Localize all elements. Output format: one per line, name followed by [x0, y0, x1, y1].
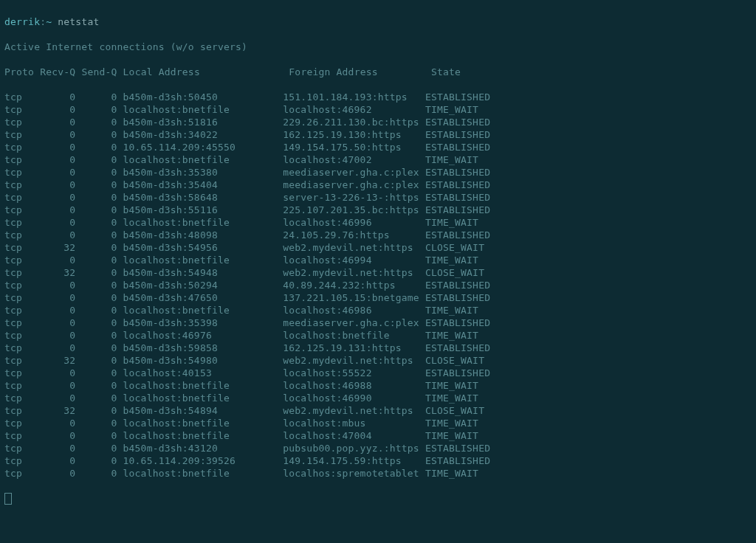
- table-row: tcp 0 0 localhost:bnetfile localhost:mbu…: [4, 417, 752, 429]
- table-row: tcp 0 0 b450m-d3sh:35404 meediaserver.gh…: [4, 179, 752, 191]
- table-row: tcp 0 0 localhost:bnetfile localhos:spre…: [4, 467, 752, 480]
- col-recvq: Recv-Q: [40, 66, 75, 77]
- column-headers: Proto Recv-Q Send-Q Local Address Foreig…: [4, 66, 752, 78]
- table-row: tcp 0 0 localhost:bnetfile localhost:469…: [4, 379, 752, 392]
- table-row: tcp 0 0 localhost:bnetfile localhost:470…: [4, 153, 752, 166]
- command-text: netstat: [58, 16, 99, 27]
- table-row: tcp 0 0 localhost:40153 localhost:55522 …: [4, 367, 752, 379]
- prompt-user: derrik: [4, 16, 40, 27]
- table-row: tcp 32 0 b450m-d3sh:54948 web2.mydevil.n…: [4, 266, 752, 279]
- block-cursor-icon: [4, 493, 12, 505]
- table-row: tcp 0 0 localhost:bnetfile localhost:469…: [4, 392, 752, 404]
- col-proto: Proto: [4, 66, 34, 77]
- table-row: tcp 0 0 b450m-d3sh:48098 24.105.29.76:ht…: [4, 229, 752, 241]
- prompt-separator: :: [40, 16, 46, 27]
- table-row: tcp 0 0 b450m-d3sh:43120 pubsub00.pop.yy…: [4, 442, 752, 454]
- table-row: tcp 0 0 10.65.114.209:45550 149.154.175.…: [4, 141, 752, 153]
- col-local: Local Address: [123, 66, 200, 77]
- table-row: tcp 0 0 localhost:46976 localhost:bnetfi…: [4, 329, 752, 342]
- cursor-line: [4, 492, 752, 505]
- table-row: tcp 0 0 localhost:bnetfile localhost:469…: [4, 216, 752, 229]
- table-row: tcp 0 0 localhost:bnetfile localhost:469…: [4, 103, 752, 116]
- table-row: tcp 0 0 b450m-d3sh:34022 162.125.19.130:…: [4, 128, 752, 141]
- table-row: tcp 0 0 b450m-d3sh:35380 meediaserver.gh…: [4, 166, 752, 179]
- table-row: tcp 0 0 localhost:bnetfile localhost:469…: [4, 254, 752, 266]
- table-row: tcp 0 0 b450m-d3sh:50450 151.101.184.193…: [4, 91, 752, 103]
- table-row: tcp 0 0 b450m-d3sh:47650 137.221.105.15:…: [4, 291, 752, 304]
- table-row: tcp 32 0 b450m-d3sh:54894 web2.mydevil.n…: [4, 404, 752, 417]
- table-row: tcp 0 0 localhost:bnetfile localhost:470…: [4, 429, 752, 442]
- table-row: tcp 0 0 b450m-d3sh:55116 225.107.201.35.…: [4, 204, 752, 216]
- table-row: tcp 0 0 b450m-d3sh:58648 server-13-226-1…: [4, 191, 752, 204]
- connection-rows: tcp 0 0 b450m-d3sh:50450 151.101.184.193…: [4, 91, 752, 480]
- table-row: tcp 0 0 b450m-d3sh:59858 162.125.19.131:…: [4, 342, 752, 354]
- terminal-window[interactable]: derrik:~ netstat Active Internet connect…: [0, 0, 756, 520]
- table-row: tcp 0 0 localhost:bnetfile localhost:469…: [4, 304, 752, 317]
- connections-title: Active Internet connections (w/o servers…: [4, 41, 752, 53]
- col-sendq: Send-Q: [81, 66, 117, 77]
- col-foreign: Foreign Address: [289, 66, 377, 77]
- col-state: State: [431, 66, 461, 77]
- prompt-line: derrik:~ netstat: [4, 15, 752, 28]
- table-row: tcp 32 0 b450m-d3sh:54956 web2.mydevil.n…: [4, 241, 752, 254]
- table-row: tcp 0 0 b450m-d3sh:35398 meediaserver.gh…: [4, 317, 752, 329]
- table-row: tcp 0 0 10.65.114.209:39526 149.154.175.…: [4, 454, 752, 467]
- table-row: tcp 0 0 b450m-d3sh:51816 229.26.211.130.…: [4, 116, 752, 128]
- table-row: tcp 0 0 b450m-d3sh:50294 40.89.244.232:h…: [4, 279, 752, 291]
- table-row: tcp 32 0 b450m-d3sh:54980 web2.mydevil.n…: [4, 354, 752, 367]
